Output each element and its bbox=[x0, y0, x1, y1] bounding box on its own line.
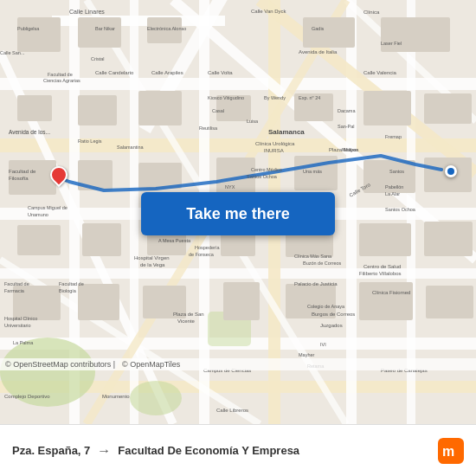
svg-text:Laser Fiel: Laser Fiel bbox=[381, 41, 402, 46]
svg-text:Buzón de Correos: Buzón de Correos bbox=[303, 261, 342, 266]
svg-rect-37 bbox=[424, 93, 472, 124]
svg-text:Calle Van Dyck: Calle Van Dyck bbox=[251, 9, 287, 14]
svg-text:La Palma: La Palma bbox=[13, 340, 34, 345]
svg-text:Hospital Virgen: Hospital Virgen bbox=[134, 255, 170, 261]
svg-text:Juzgados: Juzgados bbox=[320, 323, 343, 328]
svg-text:Cristal: Cristal bbox=[91, 56, 105, 61]
svg-rect-27 bbox=[78, 17, 121, 48]
svg-text:Santos Ochoa: Santos Ochoa bbox=[247, 174, 278, 179]
svg-text:Centro Médico: Centro Médico bbox=[251, 167, 282, 172]
destination-label: Facultad De Economía Y Empresa bbox=[118, 444, 299, 457]
svg-text:Unamuno: Unamuno bbox=[28, 212, 48, 217]
moovit-icon: m bbox=[438, 438, 464, 464]
svg-text:Clínica Urológica: Clínica Urológica bbox=[255, 141, 295, 146]
svg-text:By Wendy: By Wendy bbox=[264, 95, 286, 100]
svg-rect-26 bbox=[17, 17, 61, 52]
svg-text:Filosofía: Filosofía bbox=[9, 176, 29, 181]
origin-pin bbox=[50, 166, 68, 183]
svg-text:Gadis: Gadis bbox=[312, 26, 325, 31]
svg-rect-53 bbox=[78, 284, 119, 320]
svg-rect-57 bbox=[359, 282, 413, 320]
svg-text:Ciencias Agrarias: Ciencias Agrarias bbox=[43, 78, 80, 83]
svg-text:Melibea: Melibea bbox=[342, 147, 359, 152]
svg-text:Hospital Clínico: Hospital Clínico bbox=[4, 316, 37, 321]
svg-text:San-Pal: San-Pal bbox=[338, 124, 355, 129]
svg-text:Calle Linares: Calle Linares bbox=[69, 9, 105, 15]
svg-text:Salamanca: Salamanca bbox=[268, 128, 305, 136]
svg-text:Bar Nikar: Bar Nikar bbox=[95, 26, 115, 31]
svg-text:Reutilisa: Reutilisa bbox=[199, 125, 218, 131]
svg-text:Santos: Santos bbox=[389, 169, 404, 174]
svg-text:Clínica: Clínica bbox=[363, 10, 380, 15]
svg-text:Santos Ochoa: Santos Ochoa bbox=[385, 207, 416, 212]
svg-text:Colegio de Anaya: Colegio de Anaya bbox=[307, 304, 345, 309]
svg-text:Electrónica Alonso: Electrónica Alonso bbox=[147, 26, 186, 31]
svg-text:Facultad de: Facultad de bbox=[59, 281, 84, 286]
svg-text:Universitario: Universitario bbox=[4, 323, 31, 328]
route-info: Pza. España, 7 → Facultad De Economía Y … bbox=[12, 443, 438, 459]
svg-text:Facultad de: Facultad de bbox=[9, 169, 36, 174]
svg-text:Exp. nº 24: Exp. nº 24 bbox=[299, 95, 320, 100]
svg-rect-55 bbox=[223, 282, 260, 320]
svg-text:Burgos de Correos: Burgos de Correos bbox=[312, 312, 355, 317]
svg-text:Mayher: Mayher bbox=[299, 352, 315, 357]
svg-rect-32 bbox=[78, 95, 117, 125]
svg-text:Casal: Casal bbox=[212, 108, 224, 113]
svg-text:Plaza de San: Plaza de San bbox=[173, 312, 204, 317]
svg-text:Biología: Biología bbox=[59, 288, 77, 293]
svg-text:de la Vega: de la Vega bbox=[140, 262, 165, 267]
svg-text:Hospedería: Hospedería bbox=[195, 245, 220, 250]
svg-text:Calle Arapiles: Calle Arapiles bbox=[151, 70, 183, 75]
svg-text:Calle Candelario: Calle Candelario bbox=[95, 70, 134, 75]
svg-text:Calle San...: Calle San... bbox=[0, 50, 25, 55]
svg-text:Avenida de Italia: Avenida de Italia bbox=[299, 49, 338, 55]
svg-text:Fremap: Fremap bbox=[385, 134, 402, 139]
svg-text:Clínica Fisiomed: Clínica Fisiomed bbox=[372, 290, 410, 295]
svg-rect-29 bbox=[303, 17, 355, 48]
svg-point-24 bbox=[130, 381, 182, 415]
take-me-there-button[interactable]: Take me there bbox=[141, 192, 335, 235]
arrow-icon: → bbox=[97, 443, 111, 459]
pin-circle bbox=[47, 163, 71, 187]
svg-text:de Fonseca: de Fonseca bbox=[189, 252, 215, 257]
osm-text2: © OpenMapTiles bbox=[122, 360, 180, 369]
svg-text:Pabellón: Pabellón bbox=[385, 184, 403, 190]
svg-text:Filiberto Villalobos: Filiberto Villalobos bbox=[359, 271, 402, 276]
map-container: Calle Linares Calle Van Dyck Clínica Cal… bbox=[0, 0, 476, 424]
svg-text:Ratio Legis: Ratio Legis bbox=[78, 138, 102, 144]
svg-text:A Mesa Puesta: A Mesa Puesta bbox=[158, 238, 191, 243]
svg-text:Clínica Más Sana: Clínica Más Sana bbox=[294, 254, 332, 259]
svg-text:Calle Valencia: Calle Valencia bbox=[363, 70, 397, 75]
svg-rect-58 bbox=[426, 286, 473, 318]
origin-label: Pza. España, 7 bbox=[12, 444, 90, 457]
svg-rect-51 bbox=[424, 222, 473, 256]
svg-text:Salamantina: Salamantina bbox=[117, 145, 145, 150]
bottom-bar: Pza. España, 7 → Facultad De Economía Y … bbox=[0, 424, 476, 476]
svg-rect-46 bbox=[82, 223, 121, 256]
svg-text:m: m bbox=[442, 444, 454, 459]
svg-text:Kiosco Vitigudino: Kiosco Vitigudino bbox=[208, 95, 244, 100]
svg-text:Luisa: Luisa bbox=[247, 119, 259, 124]
svg-text:Publigelsa: Publigelsa bbox=[17, 26, 40, 31]
osm-text1: © OpenStreetMap contributors | bbox=[5, 360, 115, 369]
svg-text:Vicente: Vicente bbox=[177, 318, 196, 324]
svg-text:Campus Miguel de: Campus Miguel de bbox=[28, 205, 68, 210]
svg-text:NYX: NYX bbox=[225, 184, 235, 190]
svg-text:IVI: IVI bbox=[320, 342, 326, 347]
svg-text:Monumento: Monumento bbox=[102, 394, 130, 399]
svg-text:Palacio de Justicia: Palacio de Justicia bbox=[294, 281, 338, 286]
svg-text:INURSA: INURSA bbox=[264, 148, 284, 153]
svg-text:Centro de Salud: Centro de Salud bbox=[363, 264, 401, 269]
svg-text:Dacama: Dacama bbox=[338, 108, 356, 113]
svg-text:Complejo Deportivo: Complejo Deportivo bbox=[4, 394, 50, 399]
svg-text:Farmacia: Farmacia bbox=[4, 288, 25, 293]
svg-text:Una más: Una más bbox=[303, 169, 322, 174]
svg-rect-33 bbox=[138, 91, 182, 125]
svg-text:Calle Libreros: Calle Libreros bbox=[216, 408, 248, 413]
svg-text:Facultad de: Facultad de bbox=[48, 72, 73, 77]
osm-attribution: © OpenStreetMap contributors | © OpenMap… bbox=[0, 358, 476, 370]
svg-text:Calle Volta: Calle Volta bbox=[208, 70, 233, 75]
destination-dot bbox=[445, 165, 457, 177]
svg-rect-36 bbox=[363, 91, 411, 125]
svg-rect-31 bbox=[17, 95, 52, 121]
